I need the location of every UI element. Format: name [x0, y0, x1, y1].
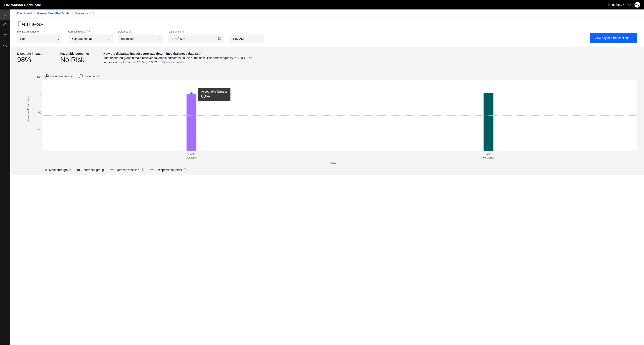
warning-icon: [190, 92, 193, 94]
page-title: Fairness: [10, 18, 644, 29]
chart-area: % favorable outcomes Acceptable fairness…: [10, 80, 644, 166]
breadcrumb-link[interactable]: Evaluations: [76, 12, 91, 15]
main-content: Dashboard / GermanCreditRiskModel / Eval…: [10, 10, 644, 345]
explain-block: How the disparate impact score was deter…: [104, 52, 254, 64]
metric-label: Favorable outcomes: [60, 52, 90, 55]
view-payload-transactions-button[interactable]: View payload transactions: [590, 33, 637, 43]
metric-favorable-outcomes: Favorable outcomes No Risk: [60, 52, 90, 64]
bar-slot: [43, 80, 340, 151]
line-swatch-icon: [110, 170, 114, 170]
radio-view-count[interactable]: View count: [79, 74, 99, 78]
chevron-down-icon: ⌄: [108, 37, 110, 40]
radio-view-percentage[interactable]: View percentage: [45, 74, 73, 78]
breadcrumb-link[interactable]: Dashboard: [17, 12, 32, 15]
tooltip-title: Acceptable fairness: [201, 90, 228, 93]
view-calculation-link[interactable]: View calculation.: [162, 60, 184, 64]
info-icon[interactable]: i: [86, 30, 90, 33]
svg-rect-1: [629, 4, 631, 6]
metric-value: No Risk: [60, 56, 90, 64]
left-nav-rail: [0, 10, 10, 345]
swatch-icon: [45, 168, 48, 171]
nav-explain-icon[interactable]: [0, 20, 10, 30]
breadcrumb: Dashboard / GermanCreditRiskModel / Eval…: [10, 10, 644, 18]
field-label: [230, 30, 264, 33]
breadcrumb-sep: /: [72, 12, 73, 15]
field-date: Date and time: [168, 30, 224, 43]
bar-slot: [340, 80, 637, 151]
brand-bold: Watson OpenScale: [11, 3, 41, 7]
legend-label: Acceptable fairness: [156, 168, 182, 172]
date-field[interactable]: [172, 37, 202, 41]
metric-label: Disparate impact: [17, 52, 48, 55]
svg-point-6: [5, 46, 6, 47]
chart-plot: Acceptable fairness 80% 0255075100: [43, 80, 637, 152]
info-icon[interactable]: i: [184, 168, 186, 172]
chevron-down-icon: ⌄: [57, 37, 60, 40]
chart-ylabel: % favorable outcomes: [27, 96, 30, 122]
select-value: 1:07 AM: [232, 37, 244, 40]
explain-title: How the disparate impact score was deter…: [104, 52, 254, 55]
chart-xcats: femaleMonitoredmaleReference: [43, 152, 637, 159]
chart-ytick: 25: [34, 129, 41, 132]
field-data-set: Data set i Balanced ⌄: [118, 30, 163, 43]
legend-label: Fairness baseline: [116, 168, 139, 172]
field-label: Data set i: [118, 30, 163, 33]
info-icon[interactable]: i: [141, 168, 144, 172]
field-label-text: Fairness metric: [68, 30, 85, 33]
breadcrumb-link[interactable]: GermanCreditRiskModel: [37, 12, 70, 15]
select-data-set[interactable]: Balanced ⌄: [118, 34, 163, 43]
select-monitored-attribute[interactable]: Sex ⌄: [17, 34, 62, 43]
swatch-icon: [77, 168, 80, 171]
app-topbar: IBM Watson OpenScale Need help? WD: [0, 0, 644, 10]
breadcrumb-sep: /: [34, 12, 35, 15]
legend-label: Reference group: [82, 168, 104, 172]
radio-dot-icon: [79, 74, 83, 78]
legend-monitored-group: Monitored group: [45, 168, 71, 172]
select-time[interactable]: 1:07 AM ⌄: [230, 34, 264, 43]
acceptable-fairness-line: [183, 94, 200, 94]
chart-xcat: maleReference: [340, 152, 637, 159]
filters-row: Monitored attribute Sex ⌄ Fairness metri…: [10, 29, 644, 47]
date-input[interactable]: [168, 34, 224, 43]
field-time: 1:07 AM ⌄: [230, 30, 264, 43]
chart-ytick: 0: [34, 147, 41, 150]
field-label: Monitored attribute: [17, 30, 62, 33]
svg-rect-2: [4, 24, 7, 26]
select-value: Disparate impact: [71, 37, 93, 40]
explain-body: The monitored group female received favo…: [104, 56, 254, 64]
legend-acceptable-fairness: Acceptable fairness i: [150, 168, 186, 172]
summary-band: Disparate impact 98% Favorable outcomes …: [10, 47, 644, 71]
field-label-text: Data set: [118, 30, 128, 33]
product-brand: IBM Watson OpenScale: [4, 3, 41, 7]
line-swatch-icon: [150, 170, 154, 170]
metric-disparate-impact: Disparate impact 98%: [17, 52, 48, 64]
chart-bar[interactable]: [186, 94, 196, 151]
chat-icon[interactable]: [627, 2, 631, 7]
select-value: Balanced: [121, 37, 134, 40]
calendar-icon: [218, 36, 222, 41]
chart-xcat-sub: Reference: [340, 156, 637, 159]
chart-xlabel: Sex: [30, 159, 637, 165]
nav-help-icon[interactable]: [0, 40, 10, 51]
nav-settings-icon[interactable]: [0, 30, 10, 40]
field-label: Fairness metric i: [68, 30, 113, 33]
field-fairness-metric: Fairness metric i Disparate impact ⌄: [68, 30, 113, 43]
radio-label: View percentage: [50, 74, 73, 78]
chart-xcat: femaleMonitored: [43, 152, 340, 159]
metric-value: 98%: [17, 56, 48, 64]
chart-ytick: 100: [34, 76, 41, 79]
field-monitored-attribute: Monitored attribute Sex ⌄: [17, 30, 62, 43]
nav-insights-icon[interactable]: [0, 10, 10, 20]
chart-xcat-sub: Monitored: [43, 156, 340, 159]
need-help-link[interactable]: Need help?: [608, 3, 624, 6]
chart-tooltip: Acceptable fairness 80%: [198, 88, 230, 101]
avatar[interactable]: WD: [634, 2, 640, 8]
svg-rect-0: [628, 3, 630, 5]
chart-bar[interactable]: [484, 93, 494, 151]
breadcrumb-sep: /: [93, 12, 94, 15]
legend-reference-group: Reference group: [77, 168, 104, 172]
chart-band: View percentage View count % favorable o…: [10, 71, 644, 175]
legend-fairness-baseline: Fairness baseline i: [110, 168, 144, 172]
select-fairness-metric[interactable]: Disparate impact ⌄: [68, 34, 113, 43]
info-icon[interactable]: i: [129, 30, 132, 33]
